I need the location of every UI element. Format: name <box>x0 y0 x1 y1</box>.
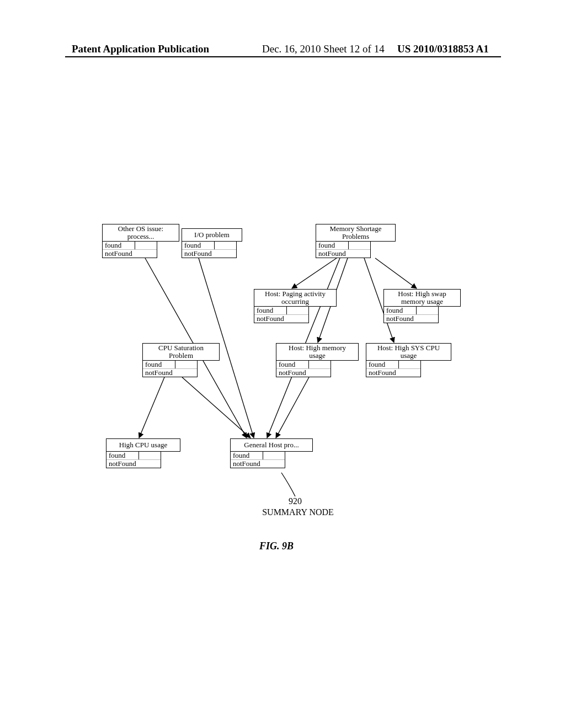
node-title: General Host pro... <box>230 438 313 452</box>
node-status: found notFound <box>106 452 161 468</box>
node-cpu-saturation: CPU SaturationProblem found notFound <box>142 343 220 377</box>
node-title: Host: Paging activityoccurring <box>254 289 337 307</box>
figure-label: FIG. 9B <box>259 540 294 552</box>
diagram: Other OS issue:process... found notFound… <box>0 0 565 728</box>
callout-ref-920: 920 <box>279 496 312 506</box>
status-notfound: notFound <box>384 315 438 323</box>
status-found: found <box>366 361 420 369</box>
node-title: Other OS issue:process... <box>102 224 179 242</box>
node-high-memory-usage: Host: High memoryusage found notFound <box>276 343 359 377</box>
svg-line-2 <box>292 258 337 288</box>
status-found: found <box>106 452 161 460</box>
node-high-sys-cpu: Host: High SYS CPUusage found notFound <box>366 343 451 377</box>
node-io-problem: I/O problem found notFound <box>182 228 242 258</box>
status-notfound: notFound <box>254 315 308 323</box>
node-status: found notFound <box>182 242 237 258</box>
status-notfound: notFound <box>276 369 331 377</box>
status-found: found <box>143 361 197 369</box>
node-status: found notFound <box>366 361 421 377</box>
status-found: found <box>231 452 285 460</box>
node-title: CPU SaturationProblem <box>142 343 220 361</box>
status-notfound: notFound <box>143 369 197 377</box>
status-notfound: notFound <box>231 460 285 468</box>
node-title: Host: High swapmemory usage <box>383 289 461 307</box>
status-found: found <box>276 361 331 369</box>
node-title: High CPU usage <box>106 438 180 452</box>
node-high-swap: Host: High swapmemory usage found notFou… <box>383 289 461 323</box>
svg-line-9 <box>276 377 309 438</box>
node-title: Memory ShortageProblems <box>316 224 396 242</box>
status-found: found <box>384 307 438 315</box>
status-notfound: notFound <box>182 250 236 258</box>
node-status: found notFound <box>102 242 157 258</box>
node-high-cpu-usage: High CPU usage found notFound <box>106 438 180 468</box>
node-status: found notFound <box>383 307 439 323</box>
node-status: found notFound <box>254 307 309 323</box>
node-paging-activity: Host: Paging activityoccurring found not… <box>254 289 337 323</box>
status-notfound: notFound <box>366 369 420 377</box>
status-found: found <box>182 242 236 250</box>
page: Patent Application Publication Dec. 16, … <box>0 0 565 728</box>
callout-summary-node: SUMMARY NODE <box>259 507 337 517</box>
node-title: I/O problem <box>182 228 242 242</box>
node-status: found notFound <box>230 452 285 468</box>
node-status: found notFound <box>316 242 371 258</box>
status-notfound: notFound <box>103 250 157 258</box>
node-other-os-issue: Other OS issue:process... found notFound <box>102 224 179 258</box>
svg-line-7 <box>139 377 164 438</box>
node-memory-shortage: Memory ShortageProblems found notFound <box>316 224 396 258</box>
status-found: found <box>316 242 370 250</box>
status-notfound: notFound <box>316 250 370 258</box>
node-title: Host: High memoryusage <box>276 343 359 361</box>
svg-line-8 <box>182 377 250 438</box>
svg-line-3 <box>375 258 417 288</box>
node-title: Host: High SYS CPUusage <box>366 343 451 361</box>
node-status: found notFound <box>276 361 331 377</box>
status-notfound: notFound <box>106 460 161 468</box>
node-status: found notFound <box>142 361 198 377</box>
status-found: found <box>103 242 157 250</box>
status-found: found <box>254 307 308 315</box>
node-general-host: General Host pro... found notFound <box>230 438 313 468</box>
